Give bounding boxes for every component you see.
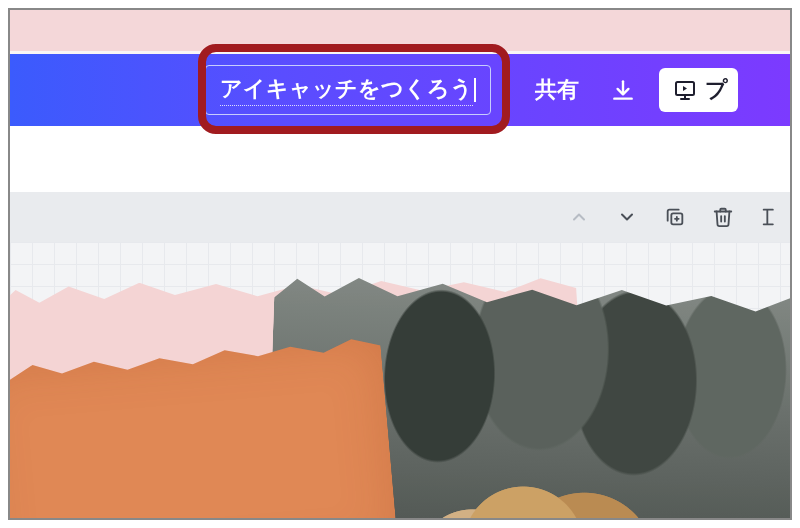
trash-icon: [712, 206, 734, 228]
present-button[interactable]: プ: [659, 68, 738, 112]
share-button[interactable]: 共有: [527, 69, 587, 111]
text-caret: [474, 78, 476, 102]
design-canvas[interactable]: [10, 242, 790, 520]
screenshot-frame: アイキャッチをつくろう 共有 プ: [8, 8, 792, 520]
chevron-down-icon: [617, 207, 637, 227]
spacer: [10, 126, 790, 192]
download-icon: [610, 77, 636, 103]
add-page-icon: [760, 206, 782, 228]
chevron-up-icon: [569, 207, 589, 227]
svg-marker-1: [683, 86, 687, 91]
download-button[interactable]: [601, 68, 645, 112]
expand-down-button[interactable]: [614, 204, 640, 230]
duplicate-icon: [664, 206, 686, 228]
delete-page-button[interactable]: [710, 204, 736, 230]
duplicate-page-button[interactable]: [662, 204, 688, 230]
browser-chrome-strip: [10, 10, 790, 54]
design-title-text: アイキャッチをつくろう: [220, 74, 473, 106]
collapse-up-button[interactable]: [566, 204, 592, 230]
add-page-button[interactable]: [758, 204, 784, 230]
topbar-actions: 共有 プ: [527, 68, 738, 112]
page-toolbar: [10, 192, 790, 242]
present-icon: [673, 78, 697, 102]
present-button-label: プ: [705, 75, 728, 105]
editor-topbar: アイキャッチをつくろう 共有 プ: [10, 54, 790, 126]
design-title-input[interactable]: アイキャッチをつくろう: [205, 65, 491, 115]
